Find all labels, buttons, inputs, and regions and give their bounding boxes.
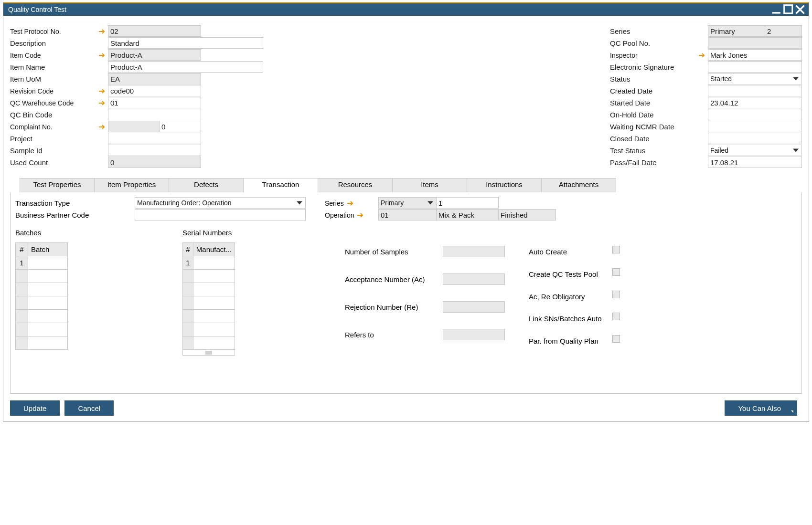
- table-cell[interactable]: [28, 256, 68, 270]
- revision-code-field[interactable]: code00: [108, 85, 201, 96]
- minimize-icon[interactable]: [771, 5, 783, 14]
- operation-name-field[interactable]: Mix & Pack: [437, 209, 499, 220]
- link-sns-checkbox[interactable]: [612, 313, 620, 320]
- arrow-right-icon[interactable]: [98, 52, 105, 59]
- description-label: Description: [10, 37, 108, 49]
- arrow-right-icon[interactable]: [357, 212, 363, 219]
- table-cell[interactable]: [193, 256, 235, 270]
- inspector-label: Inspector: [610, 49, 708, 61]
- qc-bin-code-field[interactable]: [108, 109, 201, 120]
- update-button[interactable]: Update: [10, 400, 60, 416]
- bp-code-field[interactable]: [135, 209, 306, 220]
- text: Inspector: [610, 52, 638, 59]
- item-uom-field[interactable]: EA: [108, 73, 201, 84]
- tab-instructions[interactable]: Instructions: [467, 178, 542, 192]
- svg-rect-0: [772, 12, 780, 13]
- table-row-idx: 1: [16, 256, 28, 270]
- par-from-plan-checkbox[interactable]: [612, 335, 620, 343]
- created-date-field[interactable]: [708, 85, 802, 96]
- item-name-label: Item Name: [10, 61, 108, 73]
- chevron-down-icon: [793, 77, 799, 81]
- horizontal-scrollbar[interactable]: [182, 350, 235, 356]
- tab-resources[interactable]: Resources: [318, 178, 393, 192]
- text: Series: [325, 200, 344, 207]
- arrow-right-icon[interactable]: [98, 88, 105, 94]
- close-icon[interactable]: [794, 5, 806, 14]
- acceptance-label: Acceptance Number (Ac): [345, 273, 443, 285]
- arrow-right-icon[interactable]: [98, 124, 105, 130]
- item-name-field[interactable]: Product-A: [108, 61, 263, 73]
- serial-list: Serial Numbers # Manufact... 1: [182, 229, 235, 356]
- window-title: Quality Control Test: [8, 6, 771, 13]
- closed-date-field[interactable]: [708, 133, 802, 144]
- tx-series-name-value: Primary: [381, 199, 404, 207]
- series-no-field[interactable]: 2: [765, 25, 802, 37]
- electronic-signature-field[interactable]: [708, 61, 802, 73]
- series-name-field[interactable]: Primary: [708, 25, 765, 37]
- text: Revision Code: [10, 87, 53, 95]
- create-pool-label: Create QC Tests Pool: [529, 268, 612, 280]
- cancel-button[interactable]: Cancel: [64, 400, 114, 416]
- create-pool-checkbox[interactable]: [612, 268, 620, 276]
- tab-items[interactable]: Items: [392, 178, 467, 192]
- you-can-also-button[interactable]: You Can Also: [725, 400, 797, 416]
- operation-code-field[interactable]: 01: [378, 209, 437, 220]
- arrow-right-icon[interactable]: [98, 28, 105, 35]
- sample-id-field[interactable]: [108, 145, 201, 156]
- project-field[interactable]: [108, 133, 201, 144]
- description-field[interactable]: Standard: [108, 37, 263, 49]
- qc-warehouse-code-field[interactable]: 01: [108, 97, 201, 108]
- tab-transaction[interactable]: Transaction: [243, 178, 318, 192]
- serial-title: Serial Numbers: [182, 229, 235, 237]
- passfail-date-field[interactable]: 17.08.21: [708, 157, 802, 168]
- batches-table[interactable]: # Batch 1: [15, 242, 68, 350]
- tx-series-label: Series: [325, 197, 378, 209]
- tab-test-properties[interactable]: Test Properties: [20, 178, 95, 192]
- auto-create-checkbox[interactable]: [612, 246, 620, 253]
- refers-to-field[interactable]: [443, 329, 505, 340]
- checks-block: Auto Create Create QC Tests Pool Ac, Re …: [529, 246, 622, 356]
- arrow-right-icon[interactable]: [698, 52, 705, 59]
- status-dropdown[interactable]: Started: [708, 73, 802, 84]
- tab-item-properties[interactable]: Item Properties: [94, 178, 169, 192]
- tab-attachments[interactable]: Attachments: [541, 178, 616, 192]
- serial-table[interactable]: # Manufact... 1: [182, 242, 235, 350]
- used-count-field[interactable]: 0: [108, 157, 201, 168]
- batches-list: Batches # Batch 1: [15, 229, 68, 356]
- onhold-date-field[interactable]: [708, 109, 802, 120]
- created-date-label: Created Date: [610, 85, 708, 97]
- titlebar[interactable]: Quality Control Test: [3, 2, 809, 16]
- rejection-field[interactable]: [443, 301, 505, 313]
- transaction-type-value: Manufacturing Order: Operation: [137, 199, 232, 207]
- arrow-right-icon[interactable]: [347, 200, 353, 207]
- waiting-ncmr-date-field[interactable]: [708, 121, 802, 132]
- chevron-down-icon: [427, 201, 433, 205]
- acre-oblig-checkbox[interactable]: [612, 291, 620, 298]
- complaint-no-field-b[interactable]: 0: [160, 121, 201, 132]
- sample-id-label: Sample Id: [10, 145, 108, 157]
- test-protocol-no-field[interactable]: 02: [108, 25, 201, 37]
- complaint-no-label: Complaint No.: [10, 121, 108, 133]
- chevron-down-icon: [297, 201, 302, 205]
- started-date-field[interactable]: 23.04.12: [708, 97, 802, 108]
- tx-series-name-dropdown[interactable]: Primary: [378, 197, 437, 209]
- right-form: Series Primary 2 QC Pool No. Inspector M…: [610, 25, 802, 168]
- tab-defects[interactable]: Defects: [169, 178, 244, 192]
- transaction-type-dropdown[interactable]: Manufacturing Order: Operation: [135, 197, 306, 209]
- complaint-no-field-a[interactable]: [108, 121, 160, 132]
- project-label: Project: [10, 133, 108, 145]
- operation-status-field[interactable]: Finished: [499, 209, 556, 220]
- item-code-field[interactable]: Product-A: [108, 49, 201, 61]
- onhold-date-label: On-Hold Date: [610, 109, 708, 121]
- arrow-right-icon[interactable]: [98, 100, 105, 106]
- text: Complaint No.: [10, 123, 53, 131]
- num-samples-field[interactable]: [443, 246, 505, 257]
- maximize-icon[interactable]: [783, 5, 794, 14]
- acceptance-field[interactable]: [443, 273, 505, 285]
- rejection-label: Rejection Number (Re): [345, 301, 443, 313]
- tx-series-no-field[interactable]: 1: [437, 197, 499, 209]
- bottom-bar: Update Cancel You Can Also: [10, 394, 802, 416]
- test-status-dropdown[interactable]: Failed: [708, 145, 802, 156]
- qc-pool-no-field[interactable]: [708, 37, 802, 49]
- inspector-field[interactable]: Mark Jones: [708, 49, 802, 61]
